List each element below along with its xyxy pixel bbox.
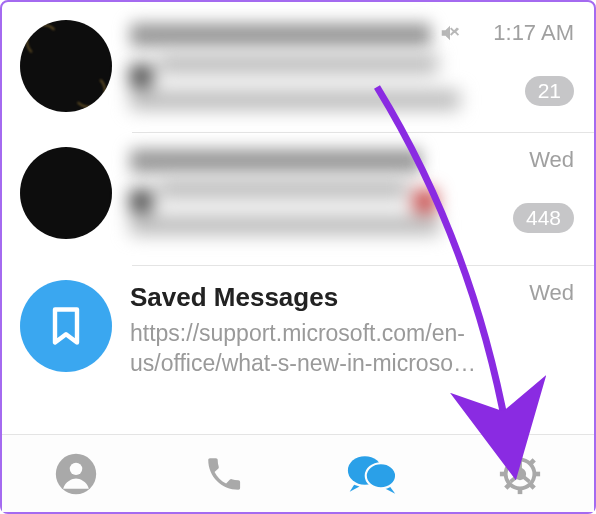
avatar (20, 147, 112, 239)
chat-time: Wed (513, 147, 574, 173)
chat-preview: https://support.microsoft.com/en-us/offi… (130, 319, 510, 379)
muted-icon (439, 22, 461, 48)
saved-messages-avatar (20, 280, 112, 372)
chat-meta: Wed 448 (513, 147, 574, 233)
nav-settings[interactable] (493, 447, 547, 501)
chat-row-saved-messages[interactable]: Saved Messages https://support.microsoft… (2, 266, 594, 393)
person-icon (54, 452, 98, 496)
chat-title: ████ ████ World ██ .. (130, 23, 431, 47)
chat-list: ████ ████ World ██ .. 1:17 AM 21 (2, 2, 594, 392)
chat-preview (130, 179, 510, 251)
svg-point-4 (366, 463, 396, 488)
bottom-nav (2, 434, 594, 512)
chat-meta: Wed (529, 280, 574, 306)
chat-title: ████ ██████ █████ (130, 149, 421, 173)
chat-row[interactable]: ████ ██████ █████ Wed 448 (2, 133, 594, 265)
phone-icon (203, 453, 245, 495)
nav-chats[interactable] (345, 447, 399, 501)
chat-row[interactable]: ████ ████ World ██ .. 1:17 AM 21 (2, 6, 594, 132)
chat-time: 1:17 AM (493, 20, 574, 46)
chat-time: Wed (529, 280, 574, 306)
chat-title: Saved Messages (130, 282, 338, 313)
unread-badge: 21 (525, 76, 574, 106)
svg-line-11 (506, 459, 510, 463)
bookmark-icon (44, 304, 88, 348)
nav-contacts[interactable] (49, 447, 103, 501)
chat-content: Saved Messages https://support.microsoft… (130, 280, 576, 379)
chats-icon (347, 451, 397, 497)
unread-badge: 448 (513, 203, 574, 233)
chat-content: ████ ██████ █████ (130, 147, 576, 251)
gear-icon (497, 451, 543, 497)
svg-line-14 (530, 459, 534, 463)
chat-preview (130, 54, 510, 118)
chat-meta: 1:17 AM 21 (493, 20, 574, 106)
svg-line-12 (530, 484, 534, 488)
nav-calls[interactable] (197, 447, 251, 501)
svg-point-1 (70, 462, 82, 474)
svg-line-13 (506, 484, 510, 488)
avatar (20, 20, 112, 112)
